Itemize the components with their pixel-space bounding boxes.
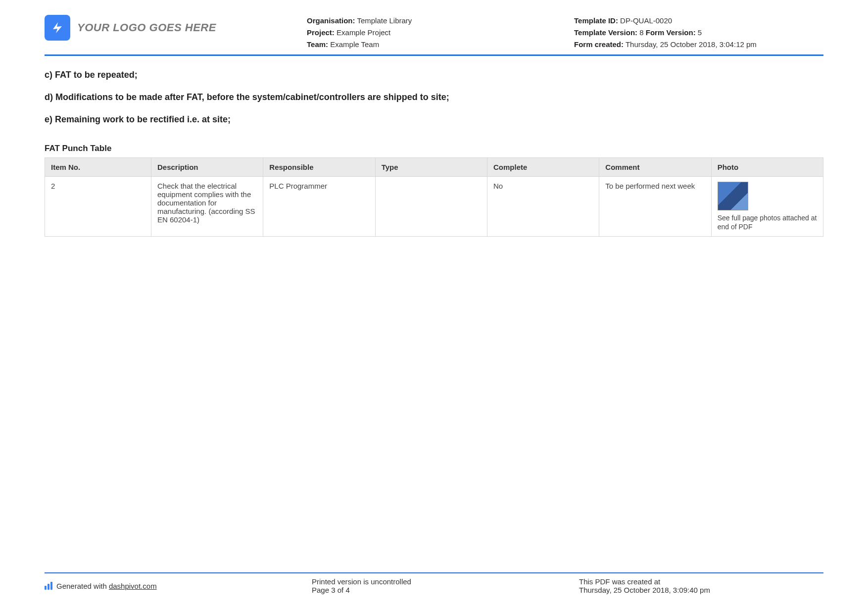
- generated-link[interactable]: dashpivot.com: [109, 582, 157, 590]
- logo-placeholder-text: YOUR LOGO GOES HERE: [77, 21, 216, 34]
- form-created-label: Form created:: [574, 40, 624, 49]
- generated-prefix: Generated with: [56, 582, 109, 590]
- table-header-row: Item No. Description Responsible Type Co…: [45, 158, 823, 177]
- organisation-label: Organisation:: [307, 16, 355, 25]
- project-value: Example Project: [337, 28, 390, 37]
- th-responsible: Responsible: [263, 158, 375, 177]
- photo-thumbnail-icon: [718, 182, 748, 210]
- page-number: Page 3 of 4: [312, 586, 579, 594]
- team-value: Example Team: [330, 40, 379, 49]
- form-version-value: 5: [698, 28, 702, 37]
- line-e: e) Remaining work to be rectified i.e. a…: [45, 114, 823, 125]
- footer-generated: Generated with dashpivot.com: [45, 577, 312, 594]
- photo-note: See full page photos attached at end of …: [718, 213, 817, 231]
- line-c: c) FAT to be repeated;: [45, 70, 823, 80]
- cell-complete: No: [487, 177, 599, 237]
- th-complete: Complete: [487, 158, 599, 177]
- meta-middle: Organisation: Template Library Project: …: [307, 15, 574, 51]
- cell-responsible: PLC Programmer: [263, 177, 375, 237]
- uncontrolled-text: Printed version is uncontrolled: [312, 577, 579, 586]
- bars-icon: [45, 582, 52, 590]
- table-row: 2 Check that the electrical equipment co…: [45, 177, 823, 237]
- document-footer: Generated with dashpivot.com Printed ver…: [45, 572, 823, 594]
- th-item-no: Item No.: [45, 158, 151, 177]
- th-type: Type: [375, 158, 487, 177]
- line-d: d) Modifications to be made after FAT, b…: [45, 92, 823, 102]
- logo-icon: [45, 15, 70, 41]
- template-version-label: Template Version:: [574, 28, 637, 37]
- organisation-value: Template Library: [357, 16, 412, 25]
- table-title: FAT Punch Table: [45, 144, 823, 154]
- cell-photo: See full page photos attached at end of …: [711, 177, 823, 237]
- cell-description: Check that the electrical equipment comp…: [151, 177, 263, 237]
- meta-right: Template ID: DP-QUAL-0020 Template Versi…: [574, 15, 823, 51]
- project-label: Project:: [307, 28, 335, 37]
- document-header: YOUR LOGO GOES HERE Organisation: Templa…: [45, 15, 823, 56]
- team-label: Team:: [307, 40, 328, 49]
- form-created-value: Thursday, 25 October 2018, 3:04:12 pm: [626, 40, 757, 49]
- cell-comment: To be performed next week: [599, 177, 711, 237]
- th-description: Description: [151, 158, 263, 177]
- template-id-label: Template ID:: [574, 16, 618, 25]
- logo-block: YOUR LOGO GOES HERE: [45, 15, 307, 41]
- template-version-value: 8: [639, 28, 643, 37]
- th-photo: Photo: [711, 158, 823, 177]
- pdf-created-label: This PDF was created at: [579, 577, 823, 586]
- footer-middle: Printed version is uncontrolled Page 3 o…: [312, 577, 579, 594]
- footer-right: This PDF was created at Thursday, 25 Oct…: [579, 577, 823, 594]
- cell-item-no: 2: [45, 177, 151, 237]
- pdf-created-value: Thursday, 25 October 2018, 3:09:40 pm: [579, 586, 823, 594]
- th-comment: Comment: [599, 158, 711, 177]
- cell-type: [375, 177, 487, 237]
- punch-table: Item No. Description Responsible Type Co…: [45, 157, 823, 237]
- body-section: c) FAT to be repeated; d) Modifications …: [45, 70, 823, 125]
- template-id-value: DP-QUAL-0020: [620, 16, 672, 25]
- form-version-label: Form Version:: [646, 28, 696, 37]
